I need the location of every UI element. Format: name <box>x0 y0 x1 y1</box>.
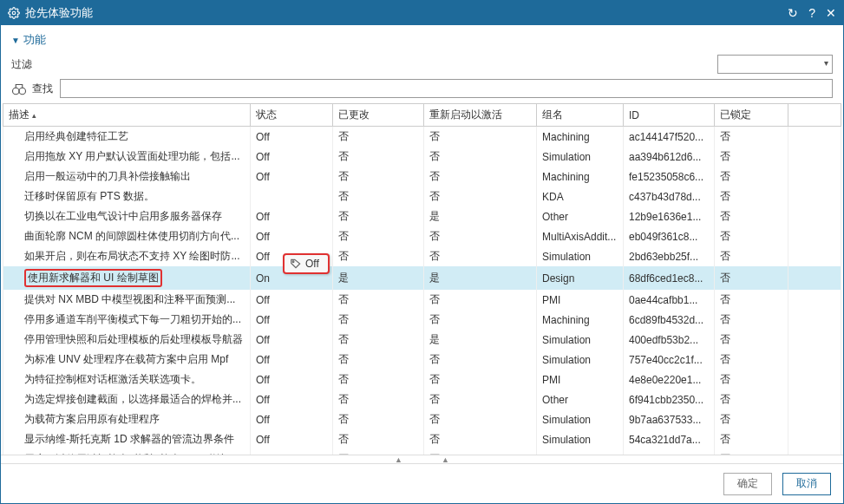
cell-restart: 否 <box>424 350 537 370</box>
cell-state[interactable]: Off <box>251 147 333 167</box>
cell-changed: 否 <box>333 167 424 187</box>
cell-restart: 否 <box>424 290 537 310</box>
cell-locked: 否 <box>715 310 788 330</box>
cell-desc: 启用拖放 XY 用户默认设置面处理功能，包括... <box>3 147 251 167</box>
cell-desc: 启用经典创建特征工艺 <box>3 127 251 147</box>
ok-button[interactable]: 确定 <box>723 473 772 495</box>
cell-changed: 否 <box>333 206 424 226</box>
cell-state[interactable]: Off <box>251 330 333 350</box>
cell-group: Simulation <box>537 350 624 370</box>
col-header-restart[interactable]: 重新启动以激活 <box>424 104 537 127</box>
cell-desc: 为标准 UNV 处理程序在载荷方案中启用 Mpf <box>3 350 251 370</box>
cell-restart: 否 <box>424 310 537 330</box>
cell-state[interactable]: Off <box>251 370 333 389</box>
cell-locked: 否 <box>715 127 788 147</box>
cell-changed: 否 <box>333 389 424 409</box>
state-tooltip[interactable]: Off <box>283 253 330 274</box>
titlebar: 抢先体验功能 ↻ ? ✕ <box>1 1 843 25</box>
table-row[interactable]: 为特征控制框对话框激活关联选项卡。Off否否PMI4e8e0e220e1...否 <box>3 370 841 389</box>
cell-state[interactable]: Off <box>251 449 333 455</box>
cell-group: Simulation <box>537 147 624 167</box>
table-row[interactable]: 为选定焊接创建截面，以选择最适合的焊枪并...Off否否Other6f941cb… <box>3 389 841 409</box>
table-row[interactable]: 启用经典创建特征工艺Off否否Machiningac144147f520...否 <box>3 127 841 147</box>
cell-state[interactable] <box>251 187 333 206</box>
table-row[interactable]: 迁移时保留原有 PTS 数据。否否KDAc437b43d78d...否 <box>3 187 841 206</box>
cell-state[interactable]: Off <box>251 206 333 226</box>
svg-point-1 <box>13 88 20 95</box>
table-row[interactable]: 如果开启，则在布局状态不支持 XY 绘图时防...Off否否Simulation… <box>3 246 841 266</box>
col-header-group[interactable]: 组名 <box>537 104 624 127</box>
cell-locked: 否 <box>715 226 788 246</box>
table-row[interactable]: 启用拖放 XY 用户默认设置面处理功能，包括...Off否否Simulation… <box>3 147 841 167</box>
table-row[interactable]: 用户可以使用过切检查对话框检查 IPW 碰撞Off否否Machining8473… <box>3 449 841 455</box>
cell-state[interactable]: Off <box>251 310 333 330</box>
cell-locked: 否 <box>715 350 788 370</box>
footer: 确定 取消 <box>1 463 843 503</box>
cell-desc: 停用多通道车削平衡模式下每一刀粗切开始的... <box>3 310 251 330</box>
cell-state[interactable]: Off <box>251 167 333 187</box>
filter-dropdown[interactable] <box>717 55 833 74</box>
cell-changed: 否 <box>333 246 424 266</box>
cell-changed: 否 <box>333 350 424 370</box>
cell-locked: 否 <box>715 330 788 350</box>
cell-changed: 否 <box>333 409 424 429</box>
table-row[interactable]: 为载荷方案启用原有处理程序Off否否Simulation9b7aa637533.… <box>3 409 841 429</box>
cell-id: 6f941cbb2350... <box>624 389 715 409</box>
cell-desc: 停用管理快照和后处理模板的后处理模板导航器 <box>3 330 251 350</box>
table-row[interactable]: 提供对 NX MBD 中模型视图和注释平面预测...Off否否PMI0ae44c… <box>3 290 841 310</box>
table-row[interactable]: 曲面轮廓 NCM 的间隙圆柱体使用切削方向代...Off否否MultiAxisA… <box>3 226 841 246</box>
close-icon[interactable]: ✕ <box>826 6 836 20</box>
search-input[interactable] <box>60 79 833 98</box>
cell-locked: 否 <box>715 167 788 187</box>
cell-id: 12b9e1636e1... <box>624 206 715 226</box>
svg-point-0 <box>12 11 16 15</box>
filter-label: 过滤 <box>11 57 32 72</box>
svg-point-2 <box>19 88 26 95</box>
table-row[interactable]: 切换以在工业电气设计中启用多服务器保存Off否是Other12b9e1636e1… <box>3 206 841 226</box>
cell-desc: 使用新求解器和 UI 绘制草图 <box>3 266 251 290</box>
cell-state[interactable]: Off <box>251 429 333 449</box>
table-row[interactable]: 使用新求解器和 UI 绘制草图On是是Design68df6ced1ec8...… <box>3 266 841 290</box>
cell-state[interactable]: Off <box>251 350 333 370</box>
cell-changed: 否 <box>333 429 424 449</box>
cancel-button[interactable]: 取消 <box>782 473 831 495</box>
cell-state[interactable]: Off <box>251 127 333 147</box>
binoculars-icon[interactable] <box>11 82 29 95</box>
cell-changed: 否 <box>333 187 424 206</box>
cell-restart: 否 <box>424 226 537 246</box>
svg-point-3 <box>292 261 294 263</box>
col-header-desc[interactable]: 描述 <box>3 104 251 127</box>
cell-id: 9b7aa637533... <box>624 409 715 429</box>
section-header[interactable]: ▼ 功能 <box>1 25 843 53</box>
col-header-state[interactable]: 状态 <box>251 104 333 127</box>
cell-id: 757e40cc2c1f... <box>624 350 715 370</box>
table-row[interactable]: 启用一般运动中的刀具补偿接触输出Off否否Machiningfe15235058… <box>3 167 841 187</box>
cell-id: 6cd89fb4532d... <box>624 310 715 330</box>
cell-locked: 否 <box>715 147 788 167</box>
table-row[interactable]: 停用管理快照和后处理模板的后处理模板导航器Off否是Simulation400e… <box>3 330 841 350</box>
col-header-locked[interactable]: 已锁定 <box>715 104 788 127</box>
col-header-id[interactable]: ID <box>624 104 715 127</box>
table-row[interactable]: 显示纳维-斯托克斯 1D 求解器的管流边界条件Off否否Simulation54… <box>3 429 841 449</box>
cell-restart: 是 <box>424 266 537 290</box>
table-row[interactable]: 停用多通道车削平衡模式下每一刀粗切开始的...Off否否Machining6cd… <box>3 310 841 330</box>
cell-desc: 如果开启，则在布局状态不支持 XY 绘图时防... <box>3 246 251 266</box>
cell-state[interactable]: Off <box>251 290 333 310</box>
cell-group: Simulation <box>537 246 624 266</box>
cell-state[interactable]: Off <box>251 226 333 246</box>
cell-restart: 是 <box>424 330 537 350</box>
resizer-handle[interactable]: ▲ xxxxxxxxxx ▲ <box>1 455 843 463</box>
cell-state[interactable]: Off <box>251 389 333 409</box>
col-header-changed[interactable]: 已更改 <box>333 104 424 127</box>
cell-restart: 否 <box>424 167 537 187</box>
cell-changed: 否 <box>333 127 424 147</box>
table-row[interactable]: 为标准 UNV 处理程序在载荷方案中启用 MpfOff否否Simulation7… <box>3 350 841 370</box>
cell-locked: 否 <box>715 246 788 266</box>
refresh-icon[interactable]: ↻ <box>788 6 798 20</box>
help-icon[interactable]: ? <box>808 6 815 20</box>
cell-changed: 是 <box>333 266 424 290</box>
cell-locked: 否 <box>715 206 788 226</box>
cell-id: ac144147f520... <box>624 127 715 147</box>
cell-state[interactable]: Off <box>251 409 333 429</box>
cell-restart: 否 <box>424 409 537 429</box>
